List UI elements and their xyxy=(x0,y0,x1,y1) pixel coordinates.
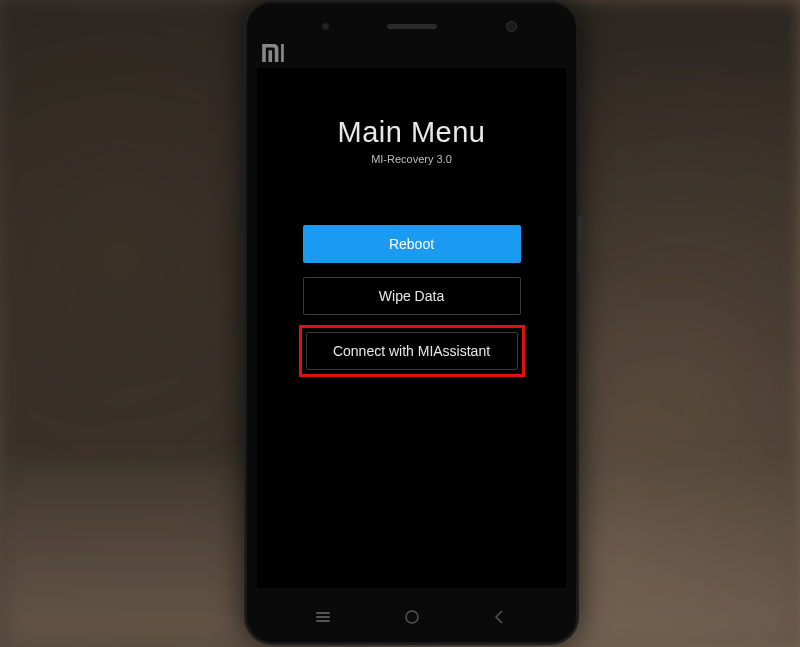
svg-rect-0 xyxy=(316,612,330,614)
power-button[interactable] xyxy=(578,215,583,275)
wipe-data-button[interactable]: Wipe Data xyxy=(303,277,521,315)
earpiece-speaker xyxy=(387,24,437,29)
nav-buttons xyxy=(244,608,579,626)
page-title: Main Menu xyxy=(338,116,486,149)
connect-miassistant-button[interactable]: Connect with MIAssistant xyxy=(306,332,518,370)
phone-frame: Main Menu MI-Recovery 3.0 Reboot Wipe Da… xyxy=(244,0,579,645)
svg-rect-1 xyxy=(316,616,330,618)
mi-logo-icon xyxy=(262,44,284,62)
highlight-annotation: Connect with MIAssistant xyxy=(299,325,525,377)
back-nav-icon[interactable] xyxy=(491,608,509,626)
page-subtitle: MI-Recovery 3.0 xyxy=(371,153,452,165)
svg-point-3 xyxy=(406,611,418,623)
svg-rect-2 xyxy=(316,620,330,622)
menu-nav-icon[interactable] xyxy=(314,608,332,626)
phone-screen: Main Menu MI-Recovery 3.0 Reboot Wipe Da… xyxy=(257,68,566,588)
front-camera xyxy=(506,21,517,32)
reboot-button[interactable]: Reboot xyxy=(303,225,521,263)
home-nav-icon[interactable] xyxy=(403,608,421,626)
proximity-sensor xyxy=(322,23,329,30)
main-menu: Reboot Wipe Data Connect with MIAssistan… xyxy=(303,225,521,373)
